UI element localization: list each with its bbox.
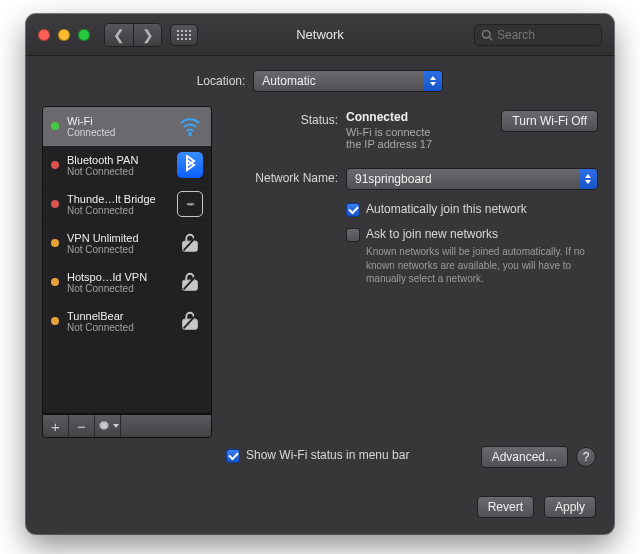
location-select[interactable]: Automatic [253,70,443,92]
service-name: Thunde…lt Bridge [67,193,169,205]
status-dot [51,317,59,325]
nav-segment: ❮ ❯ [104,23,162,47]
grid-icon [177,30,191,40]
main-panel: Status: Connected Wi-Fi is connecte the … [226,106,598,438]
status-label: Status: [226,110,346,150]
svg-point-0 [483,30,491,38]
svg-point-2 [189,133,191,135]
service-item-vpn-unlimited[interactable]: VPN UnlimitedNot Connected [43,224,211,263]
remove-service-button[interactable]: − [69,415,95,437]
services-toolbar: + − [42,414,212,438]
checkbox-icon [226,449,240,463]
status-dot [51,239,59,247]
checkbox-icon [346,228,360,242]
status-dot [51,200,59,208]
advanced-button[interactable]: Advanced… [481,446,568,468]
svg-line-1 [489,37,492,40]
service-actions-button[interactable] [95,415,121,437]
lock-icon [177,269,203,295]
service-item-wi-fi[interactable]: Wi-FiConnected [43,107,211,146]
add-service-button[interactable]: + [43,415,69,437]
status-dot [51,122,59,130]
ask-join-hint: Known networks will be joined automatica… [366,245,596,286]
network-name-value: 91springboard [355,172,432,186]
service-name: TunnelBear [67,310,169,322]
revert-button[interactable]: Revert [477,496,534,518]
location-value: Automatic [262,74,315,88]
back-button[interactable]: ❮ [105,24,133,46]
turn-wifi-off-button[interactable]: Turn Wi-Fi Off [501,110,598,132]
show-menu-bar-checkbox[interactable]: Show Wi-Fi status in menu bar [226,448,481,463]
service-item-bluetooth-pan[interactable]: Bluetooth PANNot Connected [43,146,211,185]
service-substatus: Not Connected [67,244,169,255]
status-dot [51,161,59,169]
network-name-label: Network Name: [226,168,346,290]
auto-join-checkbox[interactable]: Automatically join this network [346,202,598,217]
status-dot [51,278,59,286]
location-label: Location: [197,74,246,88]
service-item-hotspo-ld-vpn[interactable]: Hotspo…ld VPNNot Connected [43,263,211,302]
apply-button[interactable]: Apply [544,496,596,518]
close-button[interactable] [38,29,50,41]
ask-join-label: Ask to join new networks [366,227,498,241]
service-name: Hotspo…ld VPN [67,271,169,283]
traffic-lights [38,29,90,41]
footer: Revert Apply [477,496,596,518]
forward-button[interactable]: ❯ [133,24,161,46]
status-row: Status: Connected Wi-Fi is connecte the … [226,110,598,150]
wifi-icon [177,113,203,139]
gear-icon [97,419,111,433]
ask-join-checkbox[interactable]: Ask to join new networks Known networks … [346,227,598,286]
search-icon [481,29,493,41]
search-field[interactable] [474,24,602,46]
service-substatus: Not Connected [67,283,169,294]
service-name: VPN Unlimited [67,232,169,244]
lock-icon [177,230,203,256]
services-sidebar: Wi-FiConnectedBluetooth PANNot Connected… [42,106,212,438]
zoom-button[interactable] [78,29,90,41]
service-item-thunde-lt-bridge[interactable]: Thunde…lt BridgeNot Connected<••> [43,185,211,224]
service-substatus: Not Connected [67,205,169,216]
bt-icon [177,152,203,178]
show-menu-bar-label: Show Wi-Fi status in menu bar [246,448,409,462]
titlebar: ❮ ❯ Network [26,14,614,56]
show-all-button[interactable] [170,24,198,46]
service-name: Wi-Fi [67,115,169,127]
search-input[interactable] [497,28,587,42]
service-name: Bluetooth PAN [67,154,169,166]
network-preferences-window: ❮ ❯ Network Location: Automatic Wi-FiCon… [26,14,614,534]
status-subtext: Wi-Fi is connecte the IP address 17 [346,126,501,150]
service-item-tunnelbear[interactable]: TunnelBearNot Connected [43,302,211,341]
checkbox-icon [346,203,360,217]
network-name-row: Network Name: 91springboard Automaticall… [226,168,598,290]
network-name-select[interactable]: 91springboard [346,168,598,190]
minimize-button[interactable] [58,29,70,41]
services-list: Wi-FiConnectedBluetooth PANNot Connected… [42,106,212,414]
service-substatus: Not Connected [67,322,169,333]
lock-icon [177,308,203,334]
bottom-bar: Show Wi-Fi status in menu bar Advanced… … [226,446,596,468]
body: Wi-FiConnectedBluetooth PANNot Connected… [26,92,614,438]
help-button[interactable]: ? [576,447,596,467]
auto-join-label: Automatically join this network [366,202,527,216]
tb-icon: <••> [177,191,203,217]
status-value: Connected [346,110,501,124]
service-substatus: Not Connected [67,166,169,177]
location-row: Location: Automatic [26,70,614,92]
service-substatus: Connected [67,127,169,138]
